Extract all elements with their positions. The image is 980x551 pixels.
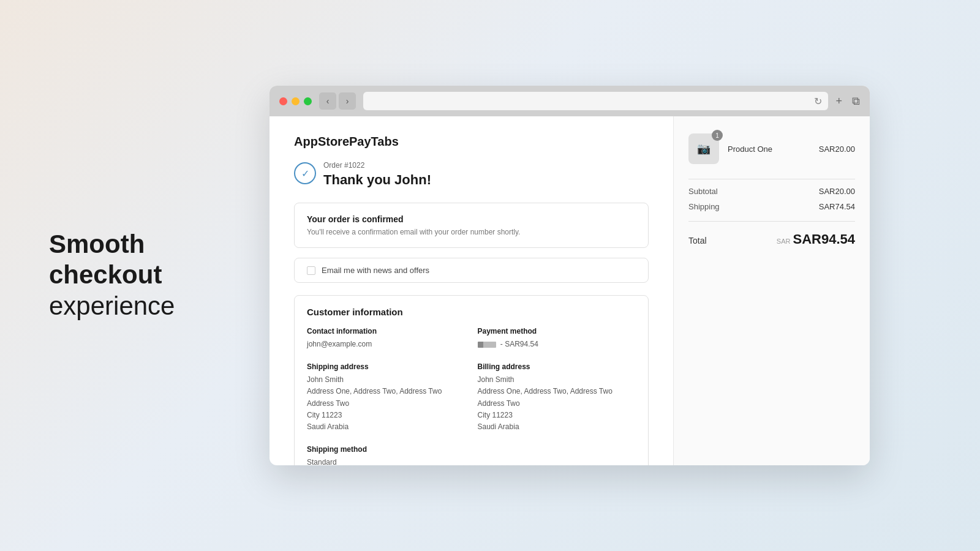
confirmation-title: Your order is confirmed bbox=[307, 214, 636, 224]
confirmation-box: Your order is confirmed You'll receive a… bbox=[294, 203, 649, 248]
dot-maximize[interactable] bbox=[304, 97, 312, 105]
email-checkbox[interactable] bbox=[307, 266, 315, 275]
info-grid: Contact information john@example.com Pay… bbox=[307, 327, 636, 465]
product-price: SAR20.00 bbox=[819, 144, 855, 154]
divider-1 bbox=[688, 179, 855, 179]
browser-content: AppStorePayTabs ✓ Order #1022 Thank you … bbox=[270, 116, 870, 465]
billing-line1: Address One, Address Two, Address Two bbox=[478, 386, 636, 397]
browser-chrome: ‹ › ↻ + ⧉ bbox=[270, 86, 870, 116]
shipping-address-value: John Smith Address One, Address Two, Add… bbox=[307, 374, 466, 433]
customer-info-title: Customer information bbox=[307, 307, 636, 317]
duplicate-tab-icon[interactable]: ⧉ bbox=[852, 95, 860, 108]
billing-city: City 11223 bbox=[478, 410, 636, 421]
billing-address-label: Billing address bbox=[478, 362, 636, 371]
shipping-address-label: Shipping address bbox=[307, 362, 466, 371]
forward-button[interactable]: › bbox=[339, 92, 356, 110]
shipping-value: SAR74.54 bbox=[819, 202, 855, 211]
shipping-country: Saudi Arabia bbox=[307, 421, 466, 433]
contact-value: john@example.com bbox=[307, 339, 466, 350]
order-number: Order #1022 bbox=[323, 161, 431, 170]
payment-value: - SAR94.54 bbox=[478, 339, 636, 350]
tagline-line1: Smooth bbox=[49, 229, 175, 260]
total-value: SAR94.54 bbox=[793, 231, 855, 247]
page-wrapper: Smooth checkout experience ‹ › ↻ + ⧉ bbox=[0, 0, 980, 551]
product-thumbnail-wrap: 📷 1 bbox=[688, 133, 719, 164]
reload-icon[interactable]: ↻ bbox=[814, 96, 822, 107]
billing-address-value: John Smith Address One, Address Two, Add… bbox=[478, 374, 636, 433]
payment-info-group: Payment method - SAR94.54 bbox=[478, 327, 636, 350]
product-row: 📷 1 Product One SAR20.00 bbox=[688, 133, 855, 164]
shipping-method-label: Shipping method bbox=[307, 445, 466, 454]
shipping-city: City 11223 bbox=[307, 410, 466, 421]
tagline-line2: checkout bbox=[49, 260, 175, 291]
shipping-method-group: Shipping method Standard bbox=[307, 445, 466, 465]
payment-card-icon bbox=[478, 342, 496, 348]
shipping-label: Shipping bbox=[688, 202, 720, 211]
dot-minimize[interactable] bbox=[292, 97, 300, 105]
camera-icon: 📷 bbox=[697, 142, 710, 156]
total-row: Total SAR SAR94.54 bbox=[688, 221, 855, 247]
customer-info-section: Customer information Contact information… bbox=[294, 295, 649, 465]
total-label: Total bbox=[688, 236, 707, 246]
tagline-line3: experience bbox=[49, 291, 175, 321]
email-checkbox-row[interactable]: Email me with news and offers bbox=[294, 258, 649, 283]
check-circle-icon: ✓ bbox=[294, 162, 316, 184]
email-checkbox-label: Email me with news and offers bbox=[322, 266, 429, 275]
billing-address-group: Billing address John Smith Address One, … bbox=[478, 362, 636, 433]
total-currency-small: SAR bbox=[777, 238, 791, 245]
dot-close[interactable] bbox=[279, 97, 287, 105]
confirmation-description: You'll receive a confirmation email with… bbox=[307, 228, 636, 236]
summary-panel: 📷 1 Product One SAR20.00 Subtotal SAR20.… bbox=[674, 116, 870, 465]
thank-you-heading: Thank you John! bbox=[323, 172, 431, 188]
back-button[interactable]: ‹ bbox=[319, 92, 336, 110]
billing-country: Saudi Arabia bbox=[478, 421, 636, 433]
subtotal-label: Subtotal bbox=[688, 187, 718, 196]
shipping-row: Shipping SAR74.54 bbox=[688, 202, 855, 211]
store-name: AppStorePayTabs bbox=[294, 135, 649, 149]
shipping-name: John Smith bbox=[307, 374, 466, 386]
browser-window: ‹ › ↻ + ⧉ AppStorePayTabs ✓ Order #1022 bbox=[270, 86, 870, 465]
nav-buttons: ‹ › bbox=[319, 92, 356, 110]
subtotal-row: Subtotal SAR20.00 bbox=[688, 187, 855, 196]
contact-label: Contact information bbox=[307, 327, 466, 335]
payment-label: Payment method bbox=[478, 327, 636, 335]
shipping-line1: Address One, Address Two, Address Two bbox=[307, 386, 466, 397]
total-value-wrap: SAR SAR94.54 bbox=[777, 231, 855, 247]
billing-line2: Address Two bbox=[478, 398, 636, 410]
main-panel: AppStorePayTabs ✓ Order #1022 Thank you … bbox=[270, 116, 674, 465]
subtotal-value: SAR20.00 bbox=[819, 187, 855, 196]
address-bar[interactable]: ↻ bbox=[363, 92, 828, 110]
browser-actions: + ⧉ bbox=[835, 95, 860, 108]
payment-amount: - SAR94.54 bbox=[500, 340, 538, 348]
shipping-method-value: Standard bbox=[307, 457, 466, 465]
order-info: Order #1022 Thank you John! bbox=[323, 161, 431, 188]
order-header: ✓ Order #1022 Thank you John! bbox=[294, 161, 649, 188]
tagline: Smooth checkout experience bbox=[49, 229, 175, 321]
billing-name: John Smith bbox=[478, 374, 636, 386]
product-badge: 1 bbox=[712, 130, 723, 141]
new-tab-icon[interactable]: + bbox=[835, 95, 842, 108]
product-name: Product One bbox=[728, 144, 810, 154]
traffic-lights bbox=[279, 97, 312, 105]
contact-info-group: Contact information john@example.com bbox=[307, 327, 466, 350]
shipping-address-group: Shipping address John Smith Address One,… bbox=[307, 362, 466, 433]
shipping-line2: Address Two bbox=[307, 398, 466, 410]
